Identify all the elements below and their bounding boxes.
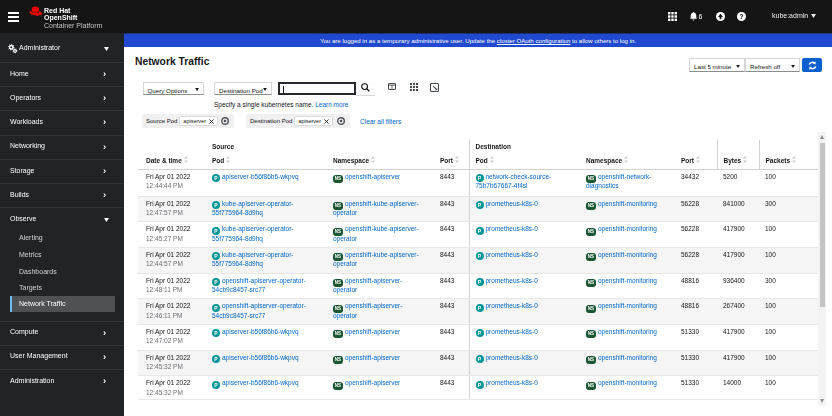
svg-text:?: ?	[739, 13, 743, 20]
